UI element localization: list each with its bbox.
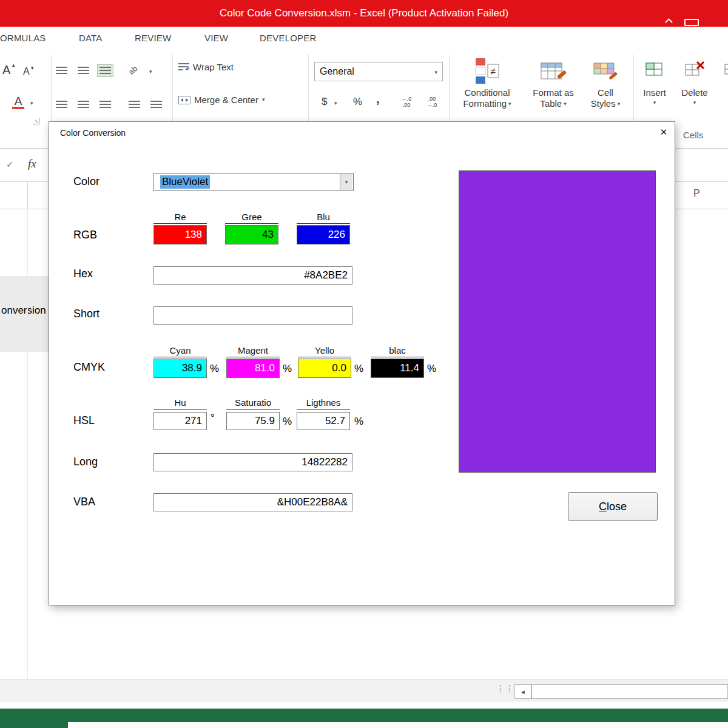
red-value-box[interactable]: 138 [153,225,207,244]
yellow-header: Yello [298,344,351,357]
status-bar-inset [68,722,728,728]
column-header-p[interactable]: P [693,188,700,199]
hue-input[interactable]: 271 [153,412,207,430]
green-value-box[interactable]: 43 [225,225,278,244]
dropdown-caret-icon: ▾ [345,180,348,185]
center-text-button[interactable] [78,101,89,109]
format-as-table-label2: Table [540,98,562,109]
align-left-button[interactable] [56,101,67,109]
chevron-up-icon[interactable] [665,18,673,26]
align-right-button[interactable] [99,101,111,109]
close-button-initial: C [599,500,607,513]
color-dropdown-button[interactable]: ▾ [340,174,352,190]
horizontal-scrollbar-track[interactable] [531,684,728,699]
delete-cells-button[interactable]: Delete ▾ [675,57,715,106]
saturation-header: Saturatio [226,396,280,410]
black-percent: % [427,363,436,375]
bottom-align-button[interactable] [97,64,113,77]
tab-formulas[interactable]: ORMULAS [0,33,46,43]
orientation-caret-icon: ▾ [149,69,152,75]
orientation-button[interactable]: ab [129,64,137,75]
close-icon: ✕ [660,127,668,138]
dialog-launcher-button[interactable]: ↘ [33,118,39,124]
color-conversion-dialog: Color Conversion ✕ Color BlueViolet ▾ RG… [49,121,675,605]
decrease-indent-button[interactable] [129,101,140,109]
window-shape-icon[interactable] [684,19,699,26]
tab-developer[interactable]: DEVELOPER [260,33,317,43]
lightness-input[interactable]: 52.7 [297,412,350,430]
color-label: Color [73,175,99,188]
enter-check-icon[interactable]: ✓ [6,159,14,170]
number-format-caret-icon: ▾ [434,70,437,75]
shrink-font-triangle-icon: ▾ [31,65,34,71]
decrease-decimal-button[interactable]: .00 →.0 [421,96,443,108]
left-arrow-icon: ◂ [521,688,525,696]
tab-review[interactable]: REVIEW [135,33,171,43]
dialog-title: Color Conversion [60,128,126,138]
vba-input[interactable]: &H00E22B8A& [153,493,352,511]
cell-styles-button[interactable]: Cell Styles ▾ [579,57,632,109]
scroll-left-button[interactable]: ◂ [514,684,531,699]
format-as-table-caret-icon: ▾ [564,101,567,107]
format-as-table-button[interactable]: Format as Table ▾ [523,57,584,109]
conditional-formatting-icon: ≠ [474,57,500,85]
saturation-input[interactable]: 75.9 [226,412,280,430]
wrap-text-icon [178,63,189,72]
increase-indent-button[interactable] [150,101,162,109]
tab-data[interactable]: DATA [79,33,103,43]
conditional-formatting-button[interactable]: ≠ Conditional Formatting ▾ [453,57,522,109]
magenta-value-box[interactable]: 81.0 [226,359,280,378]
cell-styles-label2: Styles [591,98,616,109]
grow-font-button[interactable]: A▴ [2,63,10,77]
insert-function-button[interactable]: fx [28,157,36,170]
black-value-box[interactable]: 11.4 [371,359,424,378]
cyan-value-box[interactable]: 38.9 [153,359,207,378]
merge-center-caret-icon: ▾ [262,97,265,103]
shrink-font-button[interactable]: A▾ [23,66,30,77]
cell-styles-label1: Cell [598,87,613,98]
short-input[interactable] [153,306,352,325]
title-bar: Color Code Conversion.xlsm - Excel (Prod… [0,0,728,27]
short-label: Short [73,308,99,320]
hex-label: Hex [73,268,93,280]
currency-format-button[interactable]: $ [322,96,327,108]
vba-label: VBA [73,496,95,508]
color-dropdown-value: BlueViolet [160,175,210,189]
number-format-value: General [315,66,354,77]
comma-style-button[interactable]: , [376,92,380,106]
format-cells-icon [724,57,728,84]
increase-decimal-button[interactable]: ←.0 .00 [396,96,417,108]
delete-caret-icon: ▾ [693,100,696,106]
gridline-vertical [27,209,28,679]
tab-view[interactable]: VIEW [204,33,228,43]
insert-cells-button[interactable]: Insert ▾ [635,57,675,106]
format-as-table-label1: Format as [533,87,574,98]
percent-style-button[interactable]: % [353,96,362,108]
wrap-text-button[interactable]: Wrap Text [178,62,234,72]
font-color-button[interactable]: A [12,95,24,109]
blue-value-box[interactable]: 226 [297,225,350,244]
insert-label: Insert [643,87,666,98]
hue-degree: ° [211,412,215,424]
blue-header: Blu [297,211,350,224]
top-align-button[interactable] [56,67,67,75]
close-button[interactable]: Close [568,492,658,521]
window-title: Color Code Conversion.xlsm - Excel (Prod… [220,7,508,19]
merge-center-button[interactable]: Merge & Center ▾ [178,95,265,105]
format-cells-button[interactable]: F [715,57,728,98]
middle-align-button[interactable] [78,67,89,75]
black-header: blac [371,344,424,357]
dialog-close-button[interactable]: ✕ [655,124,673,140]
long-input[interactable]: 14822282 [153,453,352,471]
bottom-align-icon [99,67,111,75]
ribbon-tab-row: ORMULAS DATA REVIEW VIEW DEVELOPER [0,27,728,50]
grow-font-triangle-icon: ▴ [12,62,15,68]
yellow-value-box[interactable]: 0.0 [298,359,351,378]
hex-input[interactable]: #8A2BE2 [153,266,352,285]
red-header: Re [153,211,207,224]
color-dropdown[interactable]: BlueViolet ▾ [153,173,354,191]
delete-label: Delete [681,87,707,98]
splitter-dots-icon[interactable]: ⋮⋮ [496,684,514,693]
number-format-dropdown[interactable]: General ▾ [314,62,443,81]
yellow-percent: % [354,363,363,375]
